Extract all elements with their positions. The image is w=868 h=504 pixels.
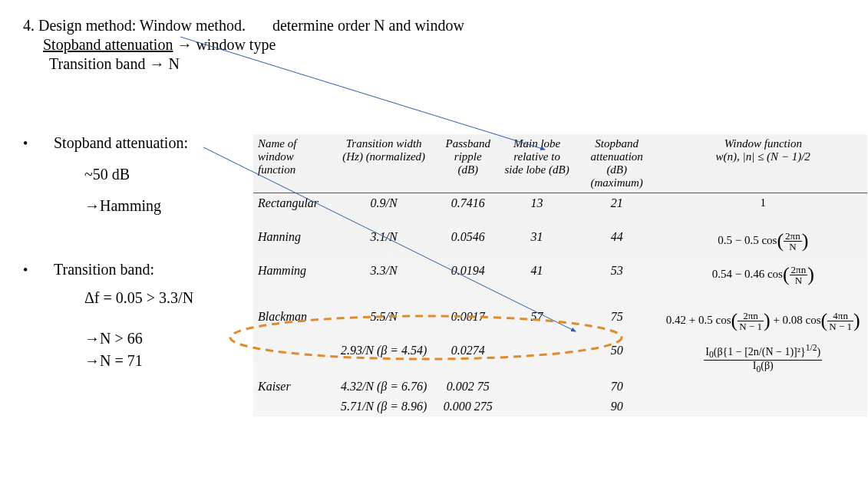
- arrow-icon: →: [177, 36, 192, 54]
- cell-tw: 5.71/N (β = 8.96): [331, 397, 437, 417]
- th-wf: Window functionw(n), |n| ≤ (N − 1)/2: [659, 134, 868, 193]
- cell-name: Hanning: [253, 227, 331, 261]
- th-pr: Passbandripple(dB): [437, 134, 499, 193]
- cell-wf: [659, 377, 868, 397]
- cell-sb: 70: [575, 377, 659, 397]
- th-name: Name ofwindowfunction: [253, 134, 331, 193]
- bullet2-res2: → N = 71: [84, 352, 193, 370]
- title-line3b: N: [168, 55, 179, 72]
- title-line2b: window type: [196, 36, 276, 53]
- cell-tw: 3.1/N: [331, 227, 437, 261]
- cell-name: [253, 341, 331, 377]
- bullet1-label: Stopband attenuation:: [54, 134, 188, 152]
- window-table: Name ofwindowfunction Transition width(H…: [253, 134, 867, 417]
- bullet2-res1-text: N > 66: [100, 330, 143, 347]
- cell-pr: 0.0194: [437, 261, 499, 307]
- cell-wf: 1: [659, 193, 868, 227]
- arrow-icon: →: [149, 55, 164, 73]
- cell-wf: I0(β{1 − [2n/(N − 1)]²}1/2)I0(β): [659, 341, 868, 377]
- cell-name: Hamming: [253, 261, 331, 307]
- cell-ml: 13: [499, 193, 575, 227]
- row-hanning: Hanning 3.1/N 0.0546 31 44 0.5 − 0.5 cos…: [253, 227, 867, 261]
- bullet-stopband: • Stopband attenuation: ~50 dB → Hamming: [23, 134, 261, 215]
- row-kaiser-3: 5.71/N (β = 8.96) 0.000 275 90: [253, 397, 867, 417]
- row-kaiser-2: Kaiser 4.32/N (β = 6.76) 0.002 75 70: [253, 377, 867, 397]
- cell-sb: 50: [575, 341, 659, 377]
- cell-name: Blackman: [253, 307, 331, 341]
- th-ml: Main loberelative toside lobe (dB): [499, 134, 575, 193]
- bullet2-res1: → N > 66: [84, 330, 193, 348]
- title-line3a: Transition band: [49, 55, 145, 72]
- cell-name: Kaiser: [253, 377, 331, 397]
- cell-sb: 44: [575, 227, 659, 261]
- cell-pr: 0.7416: [437, 193, 499, 227]
- stopband-link: Stopband attenuation: [43, 36, 173, 53]
- cell-pr: 0.0017: [437, 307, 499, 341]
- row-blackman: Blackman 5.5/N 0.0017 57 75 0.42 + 0.5 c…: [253, 307, 867, 341]
- bullet1-result-text: Hamming: [100, 197, 161, 214]
- bullet2-res2-text: N = 71: [100, 352, 143, 369]
- cell-tw: 0.9/N: [331, 193, 437, 227]
- bullet-transition: • Transition band: Δf = 0.05 > 3.3/N → N…: [23, 261, 261, 370]
- cell-sb: 90: [575, 397, 659, 417]
- title-right: determine order N and window: [272, 17, 464, 34]
- cell-pr: 0.000 275: [437, 397, 499, 417]
- row-kaiser-1: 2.93/N (β = 4.54) 0.0274 50 I0(β{1 − [2n…: [253, 341, 867, 377]
- title-line-2: Stopband attenuation → window type: [43, 36, 845, 54]
- bullet2-label: Transition band:: [54, 261, 193, 278]
- th-sb: Stopbandattenuation (dB)(maximum): [575, 134, 659, 193]
- cell-pr: 0.002 75: [437, 377, 499, 397]
- cell-wf: 0.54 − 0.46 cos(2πnN): [659, 261, 868, 307]
- cell-name: [253, 397, 331, 417]
- bullet2-eq: Δf = 0.05 > 3.3/N: [84, 289, 193, 307]
- row-hamming: Hamming 3.3/N 0.0194 41 53 0.54 − 0.46 c…: [253, 261, 867, 307]
- cell-sb: 53: [575, 261, 659, 307]
- cell-sb: 21: [575, 193, 659, 227]
- cell-name: Rectangular: [253, 193, 331, 227]
- title-main: Design method: Window method.: [38, 17, 246, 34]
- cell-ml: 41: [499, 261, 575, 307]
- arrow-icon: →: [84, 197, 100, 215]
- cell-tw: 3.3/N: [331, 261, 437, 307]
- row-rectangular: Rectangular 0.9/N 0.7416 13 21 1: [253, 193, 867, 227]
- title-line-1: 4. Design method: Window method. determi…: [23, 17, 845, 35]
- cell-wf: [659, 397, 868, 417]
- arrow-icon: →: [84, 330, 100, 348]
- cell-tw: 2.93/N (β = 4.54): [331, 341, 437, 377]
- bullet1-result: → Hamming: [84, 197, 188, 215]
- bullet1-value: ~50 dB: [84, 166, 188, 183]
- title-number: 4.: [23, 17, 35, 34]
- bullet-icon: •: [23, 261, 54, 278]
- cell-tw: 5.5/N: [331, 307, 437, 341]
- bullet-icon: •: [23, 134, 54, 152]
- cell-tw: 4.32/N (β = 6.76): [331, 377, 437, 397]
- title-line-3: Transition band → N: [49, 55, 845, 73]
- cell-ml: 31: [499, 227, 575, 261]
- arrow-icon: →: [84, 352, 100, 370]
- cell-pr: 0.0546: [437, 227, 499, 261]
- cell-ml: [499, 377, 575, 397]
- th-tw: Transition width(Hz) (normalized): [331, 134, 437, 193]
- cell-ml: [499, 397, 575, 417]
- cell-ml: [499, 341, 575, 377]
- cell-wf: 0.42 + 0.5 cos(2πnN − 1) + 0.08 cos(4πnN…: [659, 307, 868, 341]
- cell-sb: 75: [575, 307, 659, 341]
- cell-pr: 0.0274: [437, 341, 499, 377]
- cell-wf: 0.5 − 0.5 cos(2πnN): [659, 227, 868, 261]
- cell-ml: 57: [499, 307, 575, 341]
